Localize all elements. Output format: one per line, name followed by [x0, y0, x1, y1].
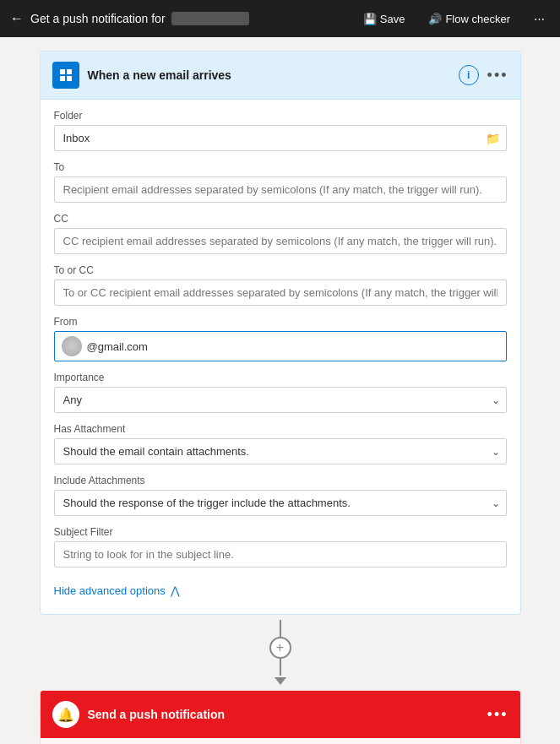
trigger-icon [52, 62, 79, 89]
action-card-header: 🔔 Send a push notification ••• [41, 691, 520, 738]
back-icon: ← [10, 11, 24, 26]
save-icon: 💾 [363, 13, 377, 25]
include-attachments-label: Include Attachments [54, 475, 507, 486]
top-bar: ← Get a push notification for 💾 Save 🔊 F… [0, 0, 560, 37]
back-button[interactable]: ← [10, 11, 24, 26]
has-attachment-field-group: Has Attachment Should the email contain … [54, 423, 507, 464]
add-step-button[interactable]: + [269, 637, 291, 659]
flow-checker-button[interactable]: 🔊 Flow checker [423, 9, 515, 29]
connector-arrow [275, 677, 286, 685]
include-attachments-field-group: Include Attachments Should the response … [54, 475, 507, 516]
trigger-more-button[interactable]: ••• [487, 67, 508, 84]
to-or-cc-label: To or CC [54, 264, 507, 276]
include-attachments-select[interactable]: Should the response of the trigger inclu… [54, 490, 507, 516]
hide-advanced-icon: ⋀ [171, 584, 180, 597]
trigger-card-header: When a new email arrives i ••• [41, 52, 520, 100]
has-attachment-select[interactable]: Should the email contain attachments. [54, 438, 507, 464]
trigger-card: When a new email arrives i ••• Folder 📁 … [40, 51, 521, 615]
from-avatar [62, 336, 82, 356]
save-button[interactable]: 💾 Save [358, 9, 410, 29]
from-email: @gmail.com [87, 340, 148, 353]
to-input[interactable] [54, 176, 507, 203]
to-label: To [54, 161, 507, 173]
has-attachment-label: Has Attachment [54, 423, 507, 435]
importance-select[interactable]: Any High Normal Low [54, 387, 507, 413]
to-field-group: To [54, 161, 507, 203]
svg-rect-2 [67, 69, 72, 74]
include-attachments-select-wrapper: Should the response of the trigger inclu… [54, 490, 507, 516]
subject-filter-label: Subject Filter [54, 526, 507, 538]
action-more-button[interactable]: ••• [487, 706, 508, 724]
action-icon: 🔔 [52, 701, 79, 728]
from-input-wrapper[interactable]: @gmail.com [54, 331, 507, 361]
hide-advanced-label: Hide advanced options [54, 584, 166, 597]
folder-input[interactable] [54, 125, 507, 151]
top-bar-actions: 💾 Save 🔊 Flow checker ⋯ [358, 9, 550, 29]
flow-checker-icon: 🔊 [428, 13, 442, 25]
folder-input-wrapper: 📁 [54, 125, 507, 151]
folder-icon: 📁 [486, 132, 500, 145]
connector-line-bottom [280, 659, 281, 676]
svg-rect-3 [60, 76, 65, 81]
page-title: Get a push notification for [30, 12, 351, 25]
subject-filter-field-group: Subject Filter [54, 526, 507, 568]
trigger-info-button[interactable]: i [459, 65, 479, 85]
hide-advanced-button[interactable]: Hide advanced options ⋀ [54, 578, 507, 600]
from-field-group: From @gmail.com [54, 316, 507, 361]
main-content: When a new email arrives i ••• Folder 📁 … [0, 37, 560, 744]
importance-select-wrapper: Any High Normal Low ⌄ [54, 387, 507, 413]
subject-filter-input[interactable] [54, 541, 507, 568]
to-or-cc-field-group: To or CC [54, 264, 507, 306]
svg-rect-1 [60, 69, 65, 74]
action-card-body: Text An Email: [Subject: [41, 738, 520, 744]
connector: + [269, 615, 291, 690]
importance-field-group: Importance Any High Normal Low ⌄ [54, 372, 507, 413]
topbar-more-icon: ⋯ [534, 13, 545, 25]
action-title: Send a push notification [88, 708, 479, 721]
action-card: 🔔 Send a push notification ••• Text An E… [40, 690, 521, 744]
connector-line-top [280, 620, 281, 637]
cc-input[interactable] [54, 228, 507, 254]
to-or-cc-input[interactable] [54, 280, 507, 306]
topbar-more-button[interactable]: ⋯ [529, 9, 550, 29]
trigger-title: When a new email arrives [88, 68, 450, 82]
svg-rect-4 [67, 76, 72, 81]
folder-field-group: Folder 📁 [54, 110, 507, 151]
trigger-card-body: Folder 📁 To CC To or CC [41, 100, 520, 614]
has-attachment-select-wrapper: Should the email contain attachments. ⌄ [54, 438, 507, 464]
blurred-title [171, 12, 248, 25]
importance-label: Importance [54, 372, 507, 383]
folder-label: Folder [54, 110, 507, 122]
cc-field-group: CC [54, 213, 507, 254]
from-label: From [54, 316, 507, 328]
cc-label: CC [54, 213, 507, 225]
